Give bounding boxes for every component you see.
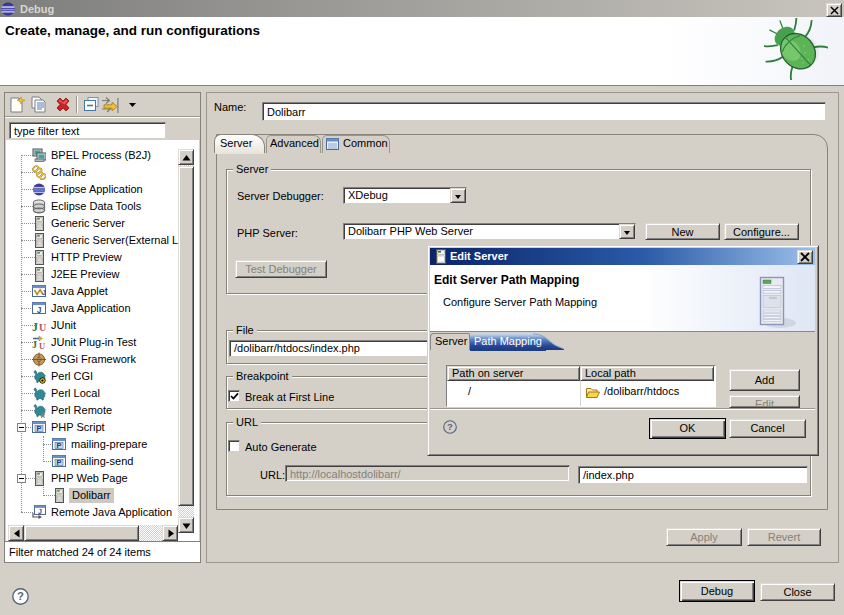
svg-text:J: J [38, 508, 42, 515]
svg-text:J: J [42, 289, 46, 296]
svg-text:P: P [36, 424, 41, 433]
svg-text:J: J [37, 305, 42, 315]
svg-text:U: U [39, 341, 45, 351]
svg-text:P: P [56, 458, 61, 467]
svg-text:?: ? [447, 421, 453, 432]
svg-text:J: J [32, 339, 37, 350]
svg-text:U: U [39, 322, 46, 333]
svg-text:?: ? [17, 590, 24, 602]
svg-text:R: R [41, 412, 46, 418]
svg-text:P: P [56, 441, 61, 450]
svg-text:J: J [32, 320, 38, 334]
